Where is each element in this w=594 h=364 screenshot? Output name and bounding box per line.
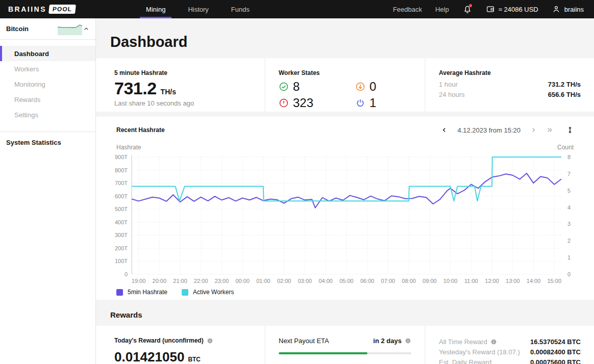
todays-reward-value: 0.01421050 [114,349,184,364]
prev-period-button[interactable] [439,124,450,136]
svg-text:400T: 400T [115,219,128,225]
tab-funds-label: Funds [231,6,250,13]
svg-text:14:00: 14:00 [527,278,541,284]
stat-cards-row: 5 minute Hashrate 731.2 TH/s Last share … [96,58,594,112]
svg-text:3: 3 [567,221,571,227]
tab-history[interactable]: History [177,0,219,18]
legend-swatch [182,289,188,296]
todays-reward-label: Today's Reward (unconfirmed) [114,337,204,344]
notification-dot [469,4,472,7]
next-payout-label: Next Payout ETA [279,337,329,345]
tab-mining-label: Mining [146,6,165,13]
svg-text:05:00: 05:00 [339,278,354,284]
avg-24h-label: 24 hours [439,91,465,98]
todays-reward-unit: BTC [188,356,201,363]
tab-mining[interactable]: Mining [135,0,177,18]
sidebar-item-monitoring[interactable]: Monitoring [0,76,95,92]
svg-text:500T: 500T [115,206,128,212]
svg-text:09:00: 09:00 [423,278,437,284]
last-share-text: Last share 10 seconds ago [114,99,252,107]
workers-low: 0 [355,80,411,94]
info-icon[interactable] [405,337,411,344]
recent-hashrate-card: Recent Hashrate 4.12.2023 from 15:20 [96,117,594,300]
svg-text:15:00: 15:00 [548,278,562,284]
left-axis-title: Hashrate [116,144,141,151]
user-menu[interactable]: braiins [552,5,584,14]
sidebar-item-rewards[interactable]: Rewards [0,92,95,107]
feedback-link[interactable]: Feedback [393,6,422,13]
coin-selector-bitcoin[interactable]: Bitcoin [0,18,95,40]
help-link[interactable]: Help [435,6,449,13]
next-period-button[interactable] [528,124,539,136]
svg-text:20:00: 20:00 [153,278,167,284]
tab-funds[interactable]: Funds [220,0,261,18]
est-daily-reward-value: 0.00075600 BTC [530,358,581,364]
svg-text:100T: 100T [115,258,128,264]
rewards-section-title: Rewards [110,310,594,319]
user-icon [552,5,561,14]
all-time-reward-row: All Time Reward 16.5370524 BTC [439,338,581,346]
hashrate-unit: TH/s [161,88,176,96]
sidebar-item-dashboard[interactable]: Dashboard [0,46,95,61]
tab-history-label: History [188,6,208,13]
svg-text:22:00: 22:00 [194,278,208,284]
coin-label: Bitcoin [6,25,58,33]
svg-text:02:00: 02:00 [277,278,291,284]
svg-text:13:00: 13:00 [506,278,520,284]
primary-tabs: Mining History Funds [135,0,261,18]
info-icon[interactable] [490,339,497,345]
svg-text:7: 7 [567,171,571,177]
braiins-pool-logo[interactable]: BRAIINS POOL [0,0,84,18]
all-time-reward-label: All Time Reward [439,338,487,346]
sidebar-item-settings[interactable]: Settings [0,107,95,122]
payout-eta-value: in 2 days [373,337,402,345]
logo-brand-text: BRAIINS [8,5,46,13]
card-reward-stats: All Time Reward 16.5370524 BTC Yesteday'… [426,326,594,364]
avg-1h-label: 1 hour [439,81,458,88]
sidebar-item-label: Workers [14,65,39,73]
svg-text:08:00: 08:00 [402,278,416,284]
card-title: Average Hashrate [439,69,581,76]
notifications-bell-icon[interactable] [462,4,473,14]
power-icon [355,98,365,108]
wallet-icon [486,5,495,14]
alert-circle-icon [279,98,289,108]
svg-text:00:00: 00:00 [235,278,250,284]
check-circle-icon [279,82,289,92]
workers-offline: 323 [279,96,355,110]
svg-text:4: 4 [567,204,571,211]
yesterday-reward-label: Yesteday's Reward (18.07.) [439,348,520,356]
svg-text:300T: 300T [115,232,128,238]
chevron-up-icon[interactable] [82,25,90,33]
wallet-balance-text: ≈ 24086 USD [499,6,538,13]
svg-text:700T: 700T [115,180,128,186]
sidebar-item-system-statistics[interactable]: System Statistics [0,132,95,153]
payout-progress-fill [279,352,367,354]
main-content: Dashboard 5 minute Hashrate 731.2 TH/s L… [96,18,594,364]
svg-text:19:00: 19:00 [132,278,146,284]
workers-disabled-count: 1 [369,96,376,110]
legend-5min-hashrate[interactable]: 5min Hashrate [116,289,167,296]
svg-text:0: 0 [567,271,571,277]
hashrate-chart-svg[interactable]: 19:0020:0021:0022:0023:0000:0001:0002:00… [96,153,594,285]
svg-text:12:00: 12:00 [485,278,499,284]
chart-date-controls: 4.12.2023 from 15:20 [439,124,576,136]
legend-active-workers[interactable]: Active Workers [182,289,234,296]
arrow-down-circle-icon [355,82,365,92]
bitcoin-sparkline [58,23,82,35]
latest-period-button[interactable] [544,124,555,136]
info-icon[interactable] [207,337,213,344]
card-next-payout: Next Payout ETA in 2 days Account Balanc… [265,326,425,364]
expand-chart-icon[interactable] [564,124,576,136]
card-title: 5 minute Hashrate [114,69,252,76]
svg-text:03:00: 03:00 [298,278,312,284]
sidebar-nav: Dashboard Workers Monitoring Rewards Set… [0,40,95,122]
sidebar-item-workers[interactable]: Workers [0,61,95,76]
sidebar-item-label: Settings [14,111,38,119]
svg-text:1: 1 [567,254,571,261]
wallet-balance[interactable]: ≈ 24086 USD [486,5,538,14]
svg-text:0: 0 [125,271,128,277]
card-average-hashrate: Average Hashrate 1 hour 731.2 TH/s 24 ho… [426,58,594,112]
svg-text:200T: 200T [115,245,128,251]
svg-text:04:00: 04:00 [318,278,333,284]
